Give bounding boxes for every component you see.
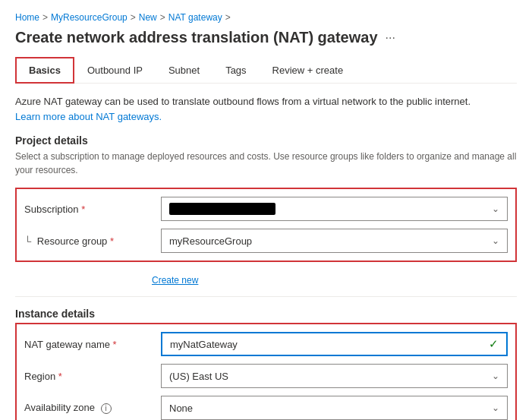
region-value: (US) East US	[169, 371, 228, 382]
subscription-control: ⌄	[161, 197, 508, 221]
region-row: Region * (US) East US ⌄	[24, 364, 508, 388]
page-title-row: Create network address translation (NAT)…	[15, 29, 517, 46]
subscription-chevron-icon: ⌄	[492, 204, 499, 214]
tab-basics[interactable]: Basics	[15, 57, 74, 84]
region-control: (US) East US ⌄	[161, 364, 508, 388]
region-dropdown[interactable]: (US) East US ⌄	[161, 364, 508, 388]
subscription-row: Subscription * ⌄	[24, 197, 508, 221]
nat-gateway-valid-icon: ✓	[489, 337, 499, 351]
resource-group-chevron-icon: ⌄	[492, 235, 499, 246]
tabs-bar: Basics Outbound IP Subnet Tags Review + …	[15, 57, 517, 84]
tab-outbound-ip[interactable]: Outbound IP	[74, 58, 156, 83]
breadcrumb-home[interactable]: Home	[15, 12, 39, 23]
resource-group-required: *	[110, 235, 114, 247]
region-required: *	[58, 371, 62, 382]
availability-zone-control: None ⌄	[161, 396, 508, 420]
resource-group-dropdown[interactable]: myResourceGroup ⌄	[161, 229, 508, 253]
create-new-link[interactable]: Create new	[152, 275, 198, 286]
page-title: Create network address translation (NAT)…	[15, 29, 378, 46]
project-details-desc: Select a subscription to manage deployed…	[15, 150, 517, 177]
breadcrumb-sep-1: >	[42, 12, 48, 23]
more-options-icon[interactable]: ···	[386, 31, 395, 45]
subscription-dropdown[interactable]: ⌄	[161, 197, 508, 221]
subscription-value-redacted	[169, 203, 275, 215]
availability-zone-value: None	[169, 403, 193, 414]
availability-zone-label: Availability zone i	[24, 402, 161, 414]
tab-tags[interactable]: Tags	[212, 58, 259, 83]
resource-group-control: myResourceGroup ⌄	[161, 229, 508, 253]
resource-group-row: └ Resource group * myResourceGroup ⌄	[24, 229, 508, 253]
instance-details-title: Instance details	[15, 308, 517, 320]
resource-group-label: └ Resource group *	[24, 235, 161, 247]
project-details-group: Subscription * ⌄ └ Resource group * myRe…	[15, 188, 517, 262]
instance-details-group: NAT gateway name * myNatGateway ✓ Region…	[15, 323, 517, 420]
availability-zone-chevron-icon: ⌄	[492, 403, 499, 413]
section-divider	[15, 296, 517, 297]
description-text: Azure NAT gateway can be used to transla…	[15, 94, 517, 124]
instance-details-section: Instance details NAT gateway name * myNa…	[15, 308, 517, 420]
breadcrumb-resource-group[interactable]: MyResourceGroup	[51, 12, 127, 23]
tab-review-create[interactable]: Review + create	[260, 58, 357, 83]
description-main: Azure NAT gateway can be used to transla…	[15, 96, 471, 107]
availability-zone-info-icon[interactable]: i	[101, 403, 112, 414]
nat-gateway-name-row: NAT gateway name * myNatGateway ✓	[24, 332, 508, 356]
nat-gateway-required: *	[113, 339, 117, 350]
resource-group-value: myResourceGroup	[169, 235, 252, 247]
nat-gateway-name-input[interactable]: myNatGateway ✓	[161, 332, 508, 356]
breadcrumb-nat-gateway[interactable]: NAT gateway	[168, 12, 222, 23]
breadcrumb-sep-2: >	[131, 12, 136, 23]
nat-gateway-name-label: NAT gateway name *	[24, 339, 161, 350]
breadcrumb-sep-4: >	[225, 12, 231, 23]
availability-zone-dropdown[interactable]: None ⌄	[161, 396, 508, 420]
tab-subnet[interactable]: Subnet	[156, 58, 212, 83]
breadcrumb-new[interactable]: New	[139, 12, 157, 23]
project-details-title: Project details	[15, 134, 517, 147]
region-chevron-icon: ⌄	[492, 371, 499, 381]
subscription-label: Subscription *	[24, 204, 161, 215]
nat-gateway-name-control: myNatGateway ✓	[161, 332, 508, 356]
region-label: Region *	[24, 371, 161, 382]
breadcrumb-sep-3: >	[160, 12, 165, 23]
breadcrumb: Home > MyResourceGroup > New > NAT gatew…	[15, 12, 517, 23]
subscription-required: *	[81, 204, 85, 215]
availability-zone-row: Availability zone i None ⌄	[24, 396, 508, 420]
nat-gateway-name-value: myNatGateway	[170, 339, 238, 350]
learn-more-link[interactable]: Learn more about NAT gateways.	[15, 111, 162, 122]
